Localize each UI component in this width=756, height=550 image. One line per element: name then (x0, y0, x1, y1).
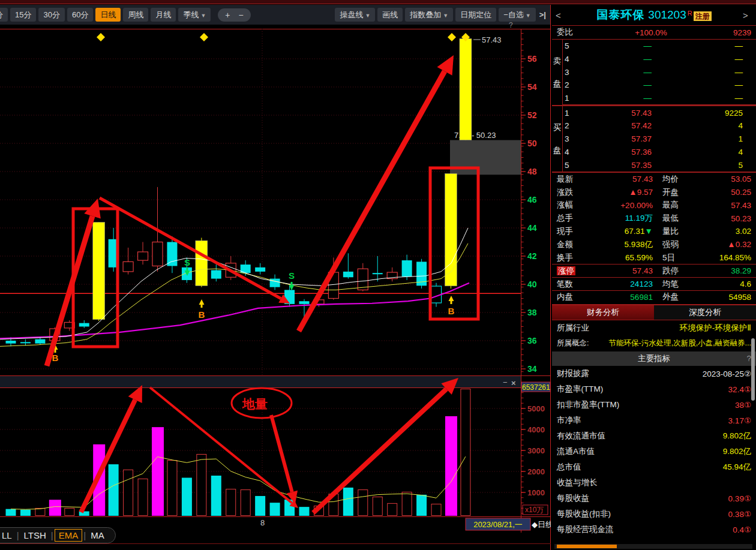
down-arrow-icon: ▼ (645, 227, 653, 236)
tab-deep-analysis[interactable]: 深度分析 (654, 305, 756, 320)
stat-label: 现手 (557, 226, 592, 237)
info-row: 每股收益(扣非)0.38① (552, 506, 756, 522)
next-stock-icon[interactable]: > (743, 10, 752, 20)
level-price: — (574, 68, 652, 77)
buy-queue: 157.439225257.424357.371457.364557.355 (563, 106, 756, 171)
stat-label: 换手 (557, 253, 592, 263)
stat-label: 涨停 (557, 266, 592, 276)
weibi-row: 委比 +100.0% 9239 (552, 26, 756, 40)
stat-value: 57.43 (592, 175, 653, 184)
stat-value: 24123 (592, 279, 653, 288)
info-row: 总市值45.94亿 (552, 459, 756, 475)
info-row: 每股经营现金流0.4① (552, 522, 756, 537)
svg-text:2023/08/21,一: 2023/08/21,一 (473, 520, 523, 529)
quote-panel: < 国泰环保301203R注册 > 委比 +100.0% 9239 卖盘 5——… (552, 5, 756, 550)
panel-vertical-scrollbar[interactable] (751, 338, 755, 401)
info-row: 所属行业环境保护-环境保护Ⅱ (552, 320, 756, 336)
level-number: 1 (563, 94, 574, 103)
stat-row: 金额5.938亿强弱▲0.32 (552, 238, 756, 251)
level-volume: 1 (652, 134, 756, 143)
order-book-row: 2—— (563, 79, 756, 92)
order-book-row: 157.439225 (563, 106, 756, 119)
level-price: — (574, 55, 652, 64)
svg-text:44: 44 (527, 223, 537, 233)
sell-queue: 5——4——3——2——1—— (563, 40, 756, 105)
order-book: 卖盘 5——4——3——2——1—— (552, 40, 756, 106)
level-volume: 9225 (652, 109, 756, 118)
stat-label: 内盘 (557, 291, 592, 302)
indicator-tab-MA[interactable]: MA (87, 530, 108, 541)
stat-value: 5.938亿 (592, 239, 653, 250)
stock-code: 301203 (648, 8, 686, 21)
prev-stock-icon[interactable]: < (556, 10, 565, 20)
stat-value: ▲9.57 (592, 188, 653, 197)
svg-text:B: B (199, 309, 205, 320)
panel-horizontal-scrollbar[interactable] (554, 544, 752, 549)
info-row: 扣非市盈率(TTM)38① (552, 397, 756, 413)
svg-text:地量: 地量 (242, 397, 268, 411)
info-label: 扣非市盈率(TTM) (557, 399, 619, 410)
stat-value: 57.43 (592, 266, 653, 275)
stat-row: 最新57.43均价53.05 (552, 173, 756, 186)
stat-value: +20.00% (592, 201, 653, 210)
stat-label: 最低 (653, 213, 684, 224)
info-value: 节能环保-污水处理,次新股,小盘,融资融券... (589, 338, 751, 348)
info-label: 市盈率(TTM) (557, 384, 603, 395)
level-volume: 4 (652, 121, 756, 130)
svg-text:57.43: 57.43 (482, 35, 502, 44)
chart-canvas[interactable]: 7.86 - 50.2357.43BSBSB565452504846444240… (0, 0, 551, 550)
buy-side-label: 买盘 (552, 106, 563, 171)
info-row: 每股收益0.39① (552, 491, 756, 506)
svg-text:×: × (511, 378, 516, 387)
svg-text:S: S (289, 271, 295, 281)
order-book-row: 557.355 (563, 158, 756, 172)
scrollbar-thumb[interactable] (557, 545, 617, 548)
svg-text:S: S (184, 257, 190, 268)
trading-app-window: 分15分30分60分日线周线月线季线▼+− 操盘线▼画线指数叠加▼日期定位−自选… (0, 0, 756, 550)
indicator-tab-LTSH[interactable]: LTSH (20, 530, 50, 541)
stat-label: 强弱 (653, 239, 684, 250)
order-book-row: 5—— (563, 40, 756, 53)
stat-label: 涨跌 (557, 187, 592, 198)
stat-label: 均价 (653, 174, 684, 185)
quote-stats: 最新57.43均价53.05涨跌▲9.57开盘50.25涨幅+20.00%最高5… (552, 173, 756, 303)
level-number: 2 (563, 80, 574, 89)
info-label: 每股收益 (557, 493, 589, 504)
level-volume: — (652, 41, 756, 50)
stat-value: 164.85% (684, 253, 751, 262)
stat-label: 金额 (557, 239, 592, 250)
svg-text:◆日线: ◆日线 (532, 520, 551, 529)
level-number: 1 (563, 109, 574, 118)
analysis-tabs: 财务分析 深度分析 (552, 304, 756, 320)
level-volume: — (652, 68, 756, 77)
level-price: — (574, 94, 652, 103)
stat-label: 外盘 (653, 291, 684, 302)
level-price: 57.36 (574, 148, 652, 157)
info-value: 9.802亿 (595, 446, 751, 457)
registration-badge: 注册 (694, 11, 712, 21)
info-row: 有效流通市值9.802亿 (552, 428, 756, 444)
stat-value: 50.23 (684, 214, 751, 223)
info-value: 2023-08-25② (589, 369, 751, 378)
order-book-row: 4—— (563, 53, 756, 66)
level-price: 57.43 (574, 109, 652, 118)
tab-financial-analysis[interactable]: 财务分析 (552, 305, 654, 320)
stat-value: 3.02 (684, 227, 751, 236)
svg-text:54: 54 (527, 82, 537, 92)
indicator-tab-LL[interactable]: LL (0, 530, 16, 541)
svg-text:34: 34 (527, 364, 537, 374)
svg-text:?: ? (509, 21, 513, 29)
stat-value: 54958 (684, 293, 751, 302)
section-label: 收益与增长 (557, 477, 598, 488)
svg-text:x10万: x10万 (525, 506, 544, 514)
indicator-tab-EMA[interactable]: EMA (55, 529, 83, 542)
indicator-tab-bar: LL|LTSH|EMA|MA (0, 527, 116, 543)
info-label: 每股收益(扣非) (557, 509, 611, 519)
info-label: 所属概念: (557, 338, 589, 348)
level-number: 4 (563, 55, 574, 64)
stat-value: 50.25 (684, 188, 751, 197)
help-icon[interactable]: ? (746, 351, 751, 366)
stat-value: 4.6 (684, 279, 751, 288)
stat-value: ▲0.32 (684, 240, 751, 249)
level-volume: — (652, 55, 756, 64)
